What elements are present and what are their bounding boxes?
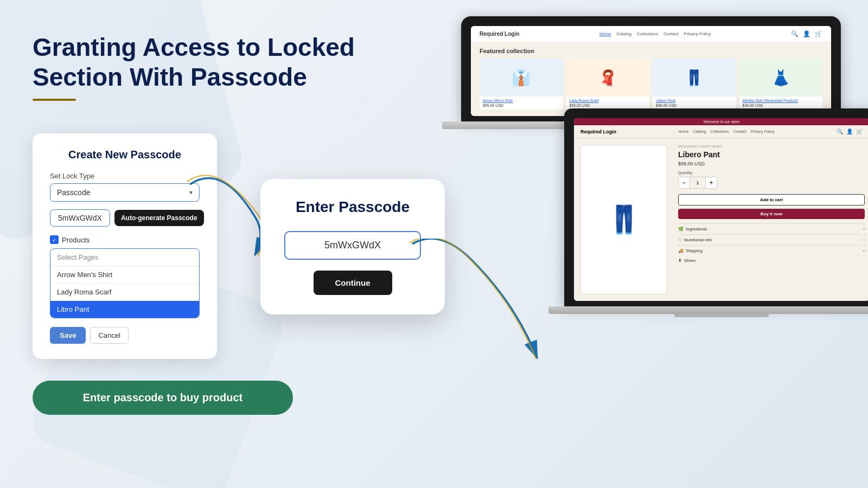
shipping-accordion[interactable]: 🚚 Shipping › — [678, 245, 865, 256]
enter-passcode-title: Enter Passcode — [284, 198, 421, 216]
product-detail-section: 👖 REQUIRED LOGIN DEMO Libero Pant $99.00… — [574, 138, 868, 301]
required-login-label: REQUIRED LOGIN DEMO — [678, 145, 865, 148]
detail-account-icon[interactable]: 👤 — [846, 129, 853, 134]
product-name[interactable]: Lady Roma Scarf — [570, 99, 647, 102]
detail-store-header: Required Login Home Catalog Collections … — [574, 125, 868, 138]
cart-icon[interactable]: 🛒 — [815, 30, 822, 37]
list-item[interactable]: Lady Roma Scarf — [50, 284, 199, 301]
account-icon[interactable]: 👤 — [803, 30, 810, 37]
store-welcome-banner: Welcome to our store — [574, 118, 868, 125]
share-icon: ⬆ — [678, 258, 682, 263]
chevron-right-icon: › — [863, 227, 865, 232]
detail-search-icon[interactable]: 🔍 — [837, 129, 843, 134]
detail-nav-privacy[interactable]: Privacy Policy — [751, 130, 775, 133]
add-to-cart-button[interactable]: Add to cart — [678, 194, 865, 206]
passcode-row: 5mWxGWdX Auto-generate Passcode — [50, 209, 200, 227]
store-logo: Required Login — [480, 31, 519, 37]
detail-product-price: $99.00 USD — [678, 161, 865, 166]
detail-nav-contact[interactable]: Contact — [733, 130, 746, 133]
products-grid: 👔 Arrow Men's Shirt $99.00 USD 🧣 Lady Ro… — [471, 59, 831, 116]
passcode-value-display[interactable]: 5mWxGWdX — [50, 209, 110, 227]
leaf-icon: 🌿 — [678, 227, 684, 232]
product-card: 👗 Martha Skirt (Restricted Product) $49.… — [739, 59, 823, 110]
title-underline — [33, 99, 76, 101]
product-image: 👖 — [653, 59, 736, 97]
product-price: $99.00 USD — [656, 104, 733, 107]
lock-type-value: Passcode — [57, 188, 90, 197]
product-card: 🧣 Lady Roma Scarf $59.00 USD — [566, 59, 650, 110]
detail-cart-icon[interactable]: 🛒 — [856, 129, 863, 134]
small-laptop-base — [548, 306, 868, 314]
lock-type-select[interactable]: Passcode ▾ — [50, 183, 200, 202]
arrow-modal-to-product — [407, 239, 559, 380]
search-icon[interactable]: 🔍 — [791, 30, 799, 37]
store-icon-group: 🔍 👤 🛒 — [791, 30, 822, 37]
products-label: Products — [62, 236, 90, 244]
product-image: 👗 — [739, 59, 823, 97]
nav-home[interactable]: Home — [599, 31, 611, 36]
title-line2: Section With Passcode — [33, 63, 307, 91]
small-laptop-stand — [674, 314, 769, 317]
quantity-increase-button[interactable]: + — [705, 177, 717, 189]
featured-collection-title: Featured collection — [471, 42, 831, 59]
buy-now-button[interactable]: Buy it now — [678, 209, 865, 219]
chevron-right-icon-2: › — [863, 237, 865, 242]
detail-nav: Home Catalog Collections Contact Privacy… — [679, 130, 775, 133]
quantity-label: Quantity — [678, 171, 865, 175]
laptop-screen: Required Login Home Catalog Collections … — [471, 26, 831, 116]
small-laptop-screen-outer: Welcome to our store Required Login Home… — [564, 108, 868, 306]
continue-button[interactable]: Continue — [314, 271, 392, 295]
card-buttons: Save Cancel — [50, 327, 200, 344]
product-image: 👔 — [480, 59, 563, 97]
detail-product-info: REQUIRED LOGIN DEMO Libero Pant $99.00 U… — [674, 138, 868, 301]
quantity-control: − 1 + — [678, 177, 865, 189]
product-name[interactable]: Arrow Men's Shirt — [483, 99, 560, 102]
product-detail-laptop-mockup: Welcome to our store Required Login Home… — [564, 108, 868, 317]
products-checkbox-row: ✓ Products — [50, 235, 200, 244]
small-laptop-screen: Welcome to our store Required Login Home… — [574, 118, 868, 301]
product-image: 🧣 — [566, 59, 650, 97]
chevron-right-icon-3: › — [863, 248, 865, 253]
product-price: $49.00 USD — [743, 104, 820, 107]
quantity-value: 1 — [690, 177, 705, 189]
ingredients-accordion[interactable]: 🌿 Ingredients › — [678, 223, 865, 234]
nav-catalog[interactable]: Catalog — [616, 31, 631, 36]
pages-list: Select Pages Arrow Men's Shirt Lady Roma… — [50, 248, 200, 318]
product-price: $99.00 USD — [483, 104, 560, 107]
truck-icon: 🚚 — [678, 248, 684, 253]
cta-button[interactable]: Enter passcode to buy product — [33, 381, 293, 415]
detail-nav-collections[interactable]: Collections — [710, 130, 729, 133]
laptop-screen-outer: Required Login Home Catalog Collections … — [461, 16, 841, 121]
save-button[interactable]: Save — [50, 327, 86, 344]
lock-type-label: Set Lock Type — [50, 172, 200, 180]
detail-nav-home[interactable]: Home — [679, 130, 689, 133]
share-link[interactable]: ⬆ Share — [678, 258, 865, 263]
title-line1: Granting Access to Locked — [33, 33, 355, 61]
page-title: Granting Access to Locked Section With P… — [33, 33, 369, 92]
detail-product-image: 👖 — [580, 145, 667, 294]
nav-contact[interactable]: Contact — [663, 31, 679, 36]
detail-nav-catalog[interactable]: Catalog — [693, 130, 706, 133]
product-card: 👖 Libero Pant $99.00 USD — [653, 59, 736, 110]
list-item[interactable]: Arrow Men's Shirt — [50, 266, 199, 284]
select-pages-placeholder[interactable]: Select Pages — [50, 249, 199, 266]
quantity-decrease-button[interactable]: − — [678, 177, 690, 189]
card-title: Create New Passcode — [50, 149, 200, 161]
product-card: 👔 Arrow Men's Shirt $99.00 USD — [480, 59, 563, 110]
list-item[interactable]: Libro Pant — [50, 301, 199, 318]
cancel-button[interactable]: Cancel — [90, 327, 128, 344]
products-checkbox[interactable]: ✓ — [50, 235, 59, 244]
detail-store-logo: Required Login — [580, 129, 616, 134]
product-name[interactable]: Martha Skirt (Restricted Product) — [743, 99, 820, 102]
detail-store-icons: 🔍 👤 🛒 — [837, 129, 863, 134]
product-price: $59.00 USD — [570, 104, 647, 107]
product-name[interactable]: Libero Pant — [656, 99, 733, 102]
detail-product-name: Libero Pant — [678, 150, 865, 159]
heart-icon: ♡ — [678, 237, 682, 242]
store-nav: Home Catalog Collections Contact Privacy… — [599, 31, 711, 36]
store-header: Required Login Home Catalog Collections … — [471, 26, 831, 42]
passcode-input[interactable]: 5mWxGWdX — [284, 231, 421, 260]
nav-collections[interactable]: Collections — [637, 31, 658, 36]
nutritional-accordion[interactable]: ♡ Nutritional info › — [678, 234, 865, 245]
nav-privacy[interactable]: Privacy Policy — [684, 31, 711, 36]
